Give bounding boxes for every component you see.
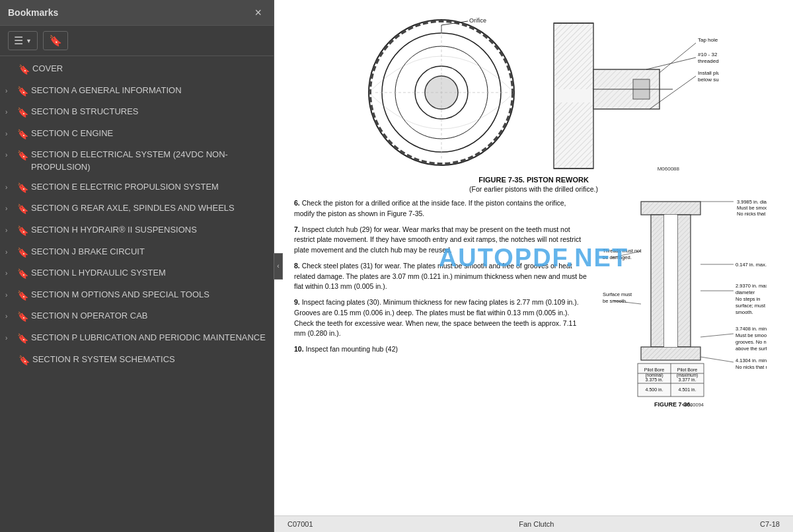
svg-text:FIGURE 7-36.: FIGURE 7-36. (654, 401, 692, 408)
bookmark-item-section-b[interactable]: › 🔖 SECTION B STRUCTURES (0, 102, 274, 124)
bookmark-flag-icon: 🔖 (17, 85, 28, 98)
bookmark-item-section-p[interactable]: › 🔖 SECTION P LUBRICATION AND PERIODIC M… (0, 328, 274, 350)
collapse-panel-button[interactable]: ‹ (274, 253, 283, 280)
svg-line-58 (700, 334, 734, 337)
figure-36-diagram: 3.9985 in. diameter min Must be smooth a… (601, 198, 767, 410)
bookmark-flag-icon: 🔖 (17, 225, 28, 238)
bookmark-label: SECTION M OPTIONS AND SPECIAL TOOLS (31, 289, 266, 301)
expand-arrow-icon[interactable]: › (5, 183, 15, 192)
svg-rect-15 (554, 23, 593, 89)
pdf-content: AUTOPDF.NET (274, 0, 793, 515)
svg-text:Pilot Bore: Pilot Bore (644, 367, 664, 372)
bookmark-label: SECTION A GENERAL INFORMATION (31, 85, 266, 96)
svg-text:No nicks that rise above surfa: No nicks that rise above surface. (737, 211, 767, 217)
svg-text:4.1304 in. min. diameter: 4.1304 in. min. diameter (736, 358, 767, 363)
bookmark-flag-icon: 🔖 (19, 354, 30, 367)
bookmark-flag-icon: 🔖 (17, 289, 28, 303)
expand-arrow-icon[interactable]: › (5, 130, 15, 139)
bookmark-item-section-m[interactable]: › 🔖 SECTION M OPTIONS AND SPECIAL TOOLS (0, 285, 274, 307)
svg-text:4.501 in.: 4.501 in. (679, 387, 697, 392)
figure-36-area: 3.9985 in. diameter min Must be smooth a… (601, 198, 773, 411)
bookmark-flag-icon: 🔖 (17, 203, 28, 216)
svg-line-21 (660, 43, 696, 73)
bookmark-item-section-c[interactable]: › 🔖 SECTION C ENGINE (0, 124, 274, 145)
content-area: AUTOPDF.NET (274, 0, 793, 532)
footer-right: C7-18 (760, 520, 780, 528)
bookmark-item-section-r[interactable]: 🔖 SECTION R SYSTEM SCHEMATICS (0, 350, 274, 371)
svg-line-23 (646, 57, 696, 69)
svg-text:0.147 in. max. width: 0.147 in. max. width (736, 262, 767, 268)
bookmark-item-section-e[interactable]: › 🔖 SECTION E ELECTRIC PROPULSION SYSTEM (0, 177, 274, 199)
bookmark-label: SECTION H HYDRAIR® II SUSPENSIONS (31, 224, 266, 236)
expand-arrow-icon[interactable]: › (5, 151, 15, 160)
bookmark-label: SECTION R SYSTEM SCHEMATICS (32, 354, 266, 365)
bookmark-item-section-j[interactable]: › 🔖 SECTION J BRAKE CIRCUIT (0, 242, 274, 264)
pdf-footer: C07001 Fan Clutch C7-18 (274, 515, 793, 532)
svg-text:4.500 in.: 4.500 in. (646, 387, 663, 392)
bookmark-label: SECTION P LUBRICATION AND PERIODIC MAINT… (31, 332, 266, 344)
expand-arrow-icon[interactable]: › (5, 291, 15, 300)
sidebar-header: Bookmarks × (0, 0, 274, 26)
expand-arrow-icon[interactable]: › (5, 334, 15, 343)
expand-arrow-icon[interactable]: › (5, 204, 15, 213)
bookmark-item-section-n[interactable]: › 🔖 SECTION N OPERATOR CAB (0, 306, 274, 328)
bookmark-label: SECTION D ELECTRICAL SYSTEM (24VDC NON-P… (31, 149, 266, 172)
close-button[interactable]: × (250, 5, 266, 20)
svg-line-63 (700, 357, 734, 362)
expand-arrow-icon[interactable]: › (5, 226, 15, 235)
bookmark-label: SECTION G REAR AXLE, SPINDLES AND WHEELS (31, 202, 266, 214)
watermark: AUTOPDF.NET (439, 244, 628, 272)
svg-text:Pilot Bore: Pilot Bore (677, 367, 697, 372)
list-item-9: 9. Inspect facing plates (30). Minimum t… (294, 297, 588, 339)
expand-arrow-icon[interactable]: › (5, 269, 15, 278)
svg-text:be smooth.: be smooth. (603, 298, 627, 304)
svg-rect-32 (641, 202, 700, 215)
figure-35-diagram: Orifice (349, 13, 719, 172)
list-view-button[interactable]: ☰ ▼ (8, 31, 38, 50)
bookmark-list: 🔖 COVER › 🔖 SECTION A GENERAL INFORMATIO… (0, 56, 274, 532)
bookmark-flag-icon: 🔖 (17, 332, 28, 346)
bookmark-flag-icon: 🔖 (17, 182, 28, 195)
bookmark-item-cover[interactable]: 🔖 COVER (0, 59, 274, 81)
bookmark-flag-icon: 🔖 (19, 63, 30, 77)
svg-text:Must be smooth and no: Must be smooth and no (736, 332, 767, 338)
list-item-10: 10. Inspect fan mounting hub (42) (294, 344, 588, 355)
svg-text:3.7408 in. min. diameter: 3.7408 in. min. diameter (736, 326, 767, 332)
bookmark-item-section-h[interactable]: › 🔖 SECTION H HYDRAIR® II SUSPENSIONS (0, 220, 274, 242)
bookmark-label: COVER (32, 63, 266, 75)
svg-text:grooves. No nicks that rise: grooves. No nicks that rise (736, 339, 767, 345)
bookmark-label: SECTION C ENGINE (31, 128, 266, 139)
svg-text:Orifice: Orifice (469, 17, 486, 24)
svg-text:3.9985 in. diameter min: 3.9985 in. diameter min (737, 199, 767, 205)
svg-text:No steps in: No steps in (736, 296, 761, 302)
svg-text:smooth.: smooth. (736, 309, 753, 315)
expand-arrow-icon[interactable]: › (5, 87, 15, 96)
bookmark-item-section-l[interactable]: › 🔖 SECTION L HYDRAULIC SYSTEM (0, 263, 274, 285)
bookmark-flag-icon: 🔖 (17, 149, 28, 163)
figure-35-subtitle: (For earlier pistons with the drilled or… (294, 185, 773, 193)
expand-arrow-icon[interactable]: › (5, 248, 15, 257)
pdf-page: AUTOPDF.NET (274, 0, 793, 532)
bookmark-item-section-g[interactable]: › 🔖 SECTION G REAR AXLE, SPINDLES AND WH… (0, 198, 274, 220)
svg-text:#10 - 32 x 0.25 in.: #10 - 32 x 0.25 in. (698, 52, 719, 57)
bookmark-item-section-a[interactable]: › 🔖 SECTION A GENERAL INFORMATION (0, 81, 274, 102)
bookmark-button[interactable]: 🔖 (43, 31, 68, 50)
svg-text:M060088: M060088 (657, 166, 679, 172)
bookmark-flag-icon: 🔖 (17, 268, 28, 281)
svg-rect-38 (641, 347, 700, 360)
svg-text:diameter: diameter (736, 289, 755, 295)
svg-rect-36 (677, 215, 691, 347)
footer-left: C07001 (287, 520, 313, 528)
bookmark-label: SECTION E ELECTRIC PROPULSION SYSTEM (31, 181, 266, 193)
bookmark-item-section-d[interactable]: › 🔖 SECTION D ELECTRICAL SYSTEM (24VDC N… (0, 145, 274, 176)
svg-text:above the surface.: above the surface. (736, 346, 767, 352)
list-item-6: 6. Check the piston for a drilled orific… (294, 198, 588, 219)
bookmark-label: SECTION L HYDRAULIC SYSTEM (31, 267, 266, 279)
expand-arrow-icon[interactable]: › (5, 312, 15, 321)
bookmark-label: SECTION B STRUCTURES (31, 106, 266, 118)
svg-text:threaded plug: threaded plug (698, 58, 719, 64)
expand-arrow-icon[interactable]: › (5, 108, 15, 117)
svg-text:3.375 in.: 3.375 in. (646, 377, 663, 382)
dropdown-arrow-icon: ▼ (26, 38, 32, 44)
svg-rect-34 (651, 215, 664, 347)
